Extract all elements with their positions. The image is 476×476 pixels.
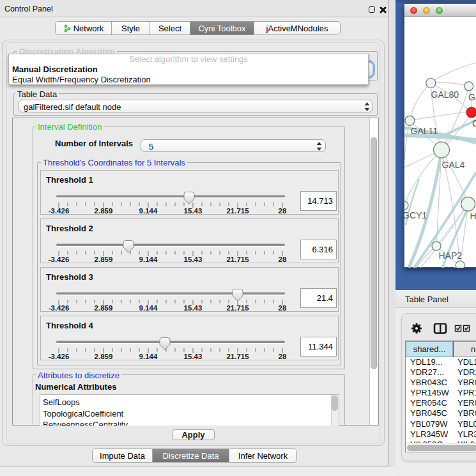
svg-text:28: 28: [279, 207, 287, 215]
svg-text:9.144: 9.144: [139, 256, 158, 263]
svg-text:-3.426: -3.426: [49, 207, 70, 215]
svg-text:-3.426: -3.426: [49, 256, 70, 263]
svg-text:28: 28: [279, 256, 287, 263]
svg-text:2.859: 2.859: [95, 256, 113, 263]
svg-text:15.43: 15.43: [184, 256, 203, 263]
svg-text:-3.426: -3.426: [49, 304, 70, 312]
svg-text:HAP2: HAP2: [439, 250, 463, 261]
svg-text:H: H: [470, 211, 476, 221]
svg-text:21.715: 21.715: [226, 304, 249, 312]
svg-text:GAL80: GAL80: [431, 89, 459, 100]
svg-text:15.43: 15.43: [184, 353, 203, 360]
svg-text:-3.426: -3.426: [49, 353, 70, 360]
svg-text:9.144: 9.144: [139, 207, 158, 215]
svg-text:9.144: 9.144: [139, 353, 158, 360]
svg-text:21.715: 21.715: [226, 353, 249, 360]
svg-text:GAL11: GAL11: [411, 126, 438, 136]
svg-text:21.715: 21.715: [226, 256, 249, 263]
svg-text:21.715: 21.715: [226, 207, 249, 215]
svg-text:GAL4: GAL4: [442, 160, 465, 170]
svg-text:15.43: 15.43: [184, 304, 203, 312]
svg-text:2.859: 2.859: [95, 207, 113, 215]
svg-text:15.43: 15.43: [184, 207, 203, 215]
svg-text:28: 28: [279, 353, 287, 360]
svg-text:2.859: 2.859: [95, 304, 113, 312]
svg-text:2.859: 2.859: [95, 353, 113, 360]
svg-text:GA: GA: [468, 92, 476, 102]
svg-text:GCY1: GCY1: [404, 210, 427, 220]
svg-text:9.144: 9.144: [139, 304, 158, 312]
svg-text:G: G: [472, 118, 476, 128]
svg-text:28: 28: [279, 304, 287, 312]
